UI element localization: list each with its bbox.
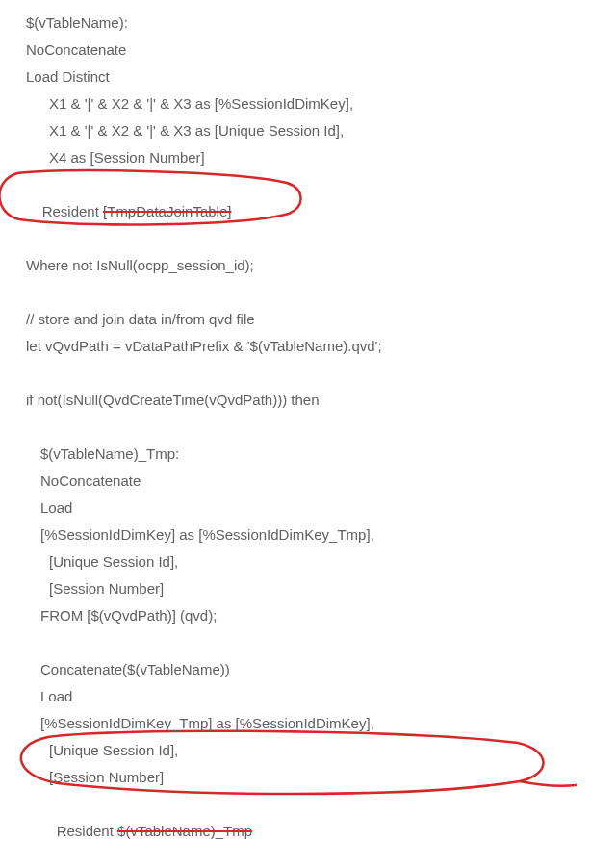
code-block: $(vTableName): NoConcatenate Load Distin… bbox=[0, 0, 616, 841]
code-line: NoConcatenate bbox=[26, 37, 616, 64]
code-blank bbox=[26, 279, 616, 306]
code-line: $(vTableName): bbox=[26, 10, 616, 37]
code-line-resident-2: Resident $(vTableName)_Tmp bbox=[26, 791, 616, 841]
code-line-where-1: Where not IsNull(ocpp_session_id); bbox=[26, 252, 616, 279]
code-line: Concatenate($(vTableName)) bbox=[26, 656, 616, 683]
code-text-struck: [TmpDataJoinTable] bbox=[103, 203, 231, 219]
code-line: NoConcatenate bbox=[26, 468, 616, 495]
code-blank bbox=[26, 414, 616, 441]
code-line: X4 as [Session Number] bbox=[26, 144, 616, 171]
code-line: [Session Number] bbox=[26, 764, 616, 791]
code-blank bbox=[26, 629, 616, 656]
code-line: if not(IsNull(QvdCreateTime(vQvdPath))) … bbox=[26, 387, 616, 414]
code-line: // store and join data in/from qvd file bbox=[26, 306, 616, 333]
code-line: [%SessionIdDimKey] as [%SessionIdDimKey_… bbox=[26, 522, 616, 548]
code-line: FROM [$(vQvdPath)] (qvd); bbox=[26, 602, 616, 629]
code-text-struck: $(vTableName)_Tmp bbox=[117, 823, 252, 839]
code-line: X1 & '|' & X2 & '|' & X3 as [Unique Sess… bbox=[26, 117, 616, 144]
code-line-resident-1: Resident [TmpDataJoinTable] bbox=[26, 171, 616, 252]
code-line: $(vTableName)_Tmp: bbox=[26, 441, 616, 468]
code-text: Resident bbox=[57, 823, 117, 839]
code-line: Load Distinct bbox=[26, 64, 616, 90]
code-line: [Session Number] bbox=[26, 575, 616, 602]
code-line: [Unique Session Id], bbox=[26, 737, 616, 764]
code-line: Load bbox=[26, 495, 616, 522]
code-line: X1 & '|' & X2 & '|' & X3 as [%SessionIdD… bbox=[26, 90, 616, 117]
code-line: let vQvdPath = vDataPathPrefix & '$(vTab… bbox=[26, 333, 616, 360]
code-line: [%SessionIdDimKey_Tmp] as [%SessionIdDim… bbox=[26, 710, 616, 737]
code-text: Resident bbox=[42, 203, 103, 219]
code-line: Load bbox=[26, 683, 616, 710]
code-blank bbox=[26, 360, 616, 387]
code-line: [Unique Session Id], bbox=[26, 548, 616, 575]
